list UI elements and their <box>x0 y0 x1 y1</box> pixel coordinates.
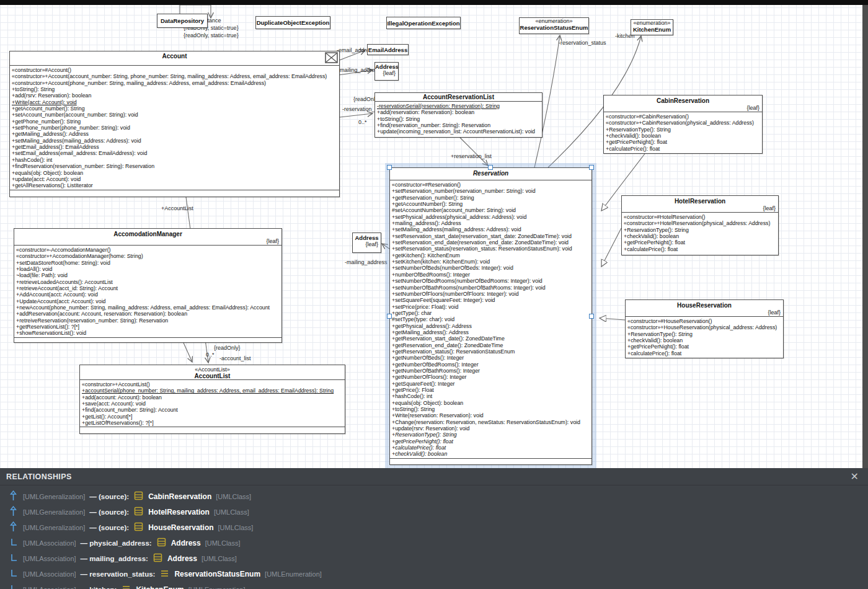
member-line: +setNumberOfBedRooms(numberOfBedRooms: I… <box>390 278 591 284</box>
class-title: DuplicateObjectException <box>257 19 330 26</box>
member-list: «constructor»#CabinReservation()«constru… <box>604 112 762 153</box>
member-line: +setPhysical_address(physical_address: A… <box>390 214 591 220</box>
panel-header: RELATIONSHIPS ✕ <box>0 468 868 485</box>
member-line: +loadAll(): void <box>14 266 281 272</box>
relationship-target-type: [UMLClass] <box>202 555 237 562</box>
class-title: EmailAddress <box>368 46 407 53</box>
member-line: +find(reservation_number: String): Reser… <box>375 122 542 128</box>
member-line: +calculatePrice(): float <box>622 246 778 252</box>
member-line: +getReservation_number(): String <box>390 195 591 201</box>
relationship-row[interactable]: [UMLAssociation]— reservation_status:Res… <box>0 566 868 582</box>
member-line: +getPricePerNight(): float <box>622 239 778 246</box>
relationship-role: — mailing_address: <box>81 555 148 562</box>
member-line: «constructor»+AccountList() <box>80 381 345 388</box>
class-account-list[interactable]: «AccountList» AccountList «constructor»+… <box>79 365 345 434</box>
relationship-target-type: [UMLClass] <box>214 508 249 516</box>
diagram-canvas[interactable]: -instance {readOnly, static=true} {readO… <box>0 0 862 468</box>
member-line: +checkValid(): boolean <box>390 451 591 457</box>
member-line: +setPrice(price: Float): void <box>390 304 591 310</box>
resize-handle-top-right[interactable] <box>589 165 594 170</box>
relationship-role: — physical_address: <box>81 539 152 547</box>
class-house-reservation[interactable]: HouseReservation {leaf} «constructor»#Ho… <box>625 299 784 358</box>
member-list: «constructor»#HotelReservation()«constru… <box>622 212 778 253</box>
member-line: «constructor»+HotelReservation(physical_… <box>622 220 778 226</box>
stereotype: «enumeration» <box>520 18 588 24</box>
member-line: +setReservation_start_date(reservation_s… <box>390 233 591 239</box>
edge-label-multiplicity-1: 0..* <box>358 119 367 125</box>
member-line: +getType(): char <box>390 310 591 316</box>
member-line: +save(acct: Account): void <box>80 401 345 407</box>
class-illegal-operation-exception[interactable]: IllegalOperationException <box>386 17 461 29</box>
class-account[interactable]: Account «constructor»#Account()«construc… <box>9 51 340 197</box>
class-icon <box>133 490 144 502</box>
class-reservation[interactable]: Reservation «constructor»#Reservation()+… <box>389 167 592 465</box>
member-line: +setKitchen(kitchen: KitchenEnum): void <box>390 259 591 265</box>
relationship-target-type: [UMLClass] <box>205 539 241 547</box>
class-hotel-reservation[interactable]: HotelReservation {leaf} «constructor»#Ho… <box>621 195 779 255</box>
relationship-row[interactable]: [UMLGeneralization]— (source):HotelReser… <box>0 504 868 520</box>
resize-handle-mid-left[interactable] <box>387 314 392 319</box>
relationship-role: — (source): <box>89 493 129 500</box>
relationship-row[interactable]: [UMLAssociation]— physical_address:Addre… <box>0 535 868 551</box>
class-accomodation-manager[interactable]: AccomodationManager {leaf} «constructor»… <box>14 228 282 343</box>
x-box-icon[interactable] <box>325 52 338 63</box>
member-line: +getReservation_end_date(): ZonedDateTim… <box>390 342 591 348</box>
relationship-role: — (source): <box>89 508 129 516</box>
class-account-reservation-list[interactable]: AccountReservationList -reservationSeria… <box>374 92 542 138</box>
class-duplicate-object-exception[interactable]: DuplicateObjectException <box>255 16 330 29</box>
relationship-row[interactable]: [UMLAssociation]— mailing_address:Addres… <box>0 551 868 566</box>
class-title: CabinReservation <box>604 95 762 105</box>
member-list: «constructor»-AccomodationManager()«cons… <box>14 245 281 337</box>
member-line: +newAccount(phone_number: String, mailin… <box>14 304 281 311</box>
resize-handle-top-left[interactable] <box>387 165 392 170</box>
generalization-icon <box>8 506 19 518</box>
close-icon[interactable]: ✕ <box>851 471 859 482</box>
member-line: +getReservationList(): ?[*] <box>14 324 281 330</box>
relationship-target-type: [UMLEnumeration] <box>188 586 246 589</box>
enum-title: ReservationStatusEnum <box>520 24 588 31</box>
member-line: +setNumberOfBeds(numberOfBeds: Integer):… <box>390 265 591 271</box>
member-line: +Write(reservation: Reservation): void <box>390 412 591 418</box>
member-line: «constructor»#Account() <box>10 67 339 73</box>
enum-reservation-status[interactable]: «enumeration» ReservationStatusEnum <box>519 17 589 34</box>
association-icon <box>8 583 19 589</box>
relationship-row[interactable]: [UMLAssociation]— kitchen:KitchenEnum[UM… <box>0 582 868 589</box>
member-line: +setNumberOfFloors(numberOfFloors: Integ… <box>390 291 591 297</box>
enumeration-icon <box>159 568 170 580</box>
member-line: «constructor»+Account(account_number: St… <box>10 73 339 79</box>
relationship-target-type: [UMLClass] <box>218 524 254 531</box>
enum-title: KitchenEnum <box>631 26 673 33</box>
relationship-type: [UMLAssociation] <box>23 539 76 547</box>
relationship-type: [UMLAssociation] <box>23 586 76 589</box>
relationship-rows: [UMLGeneralization]— (source):CabinReser… <box>0 489 868 589</box>
member-line: +Write(acct: Account): void <box>10 99 339 105</box>
member-line: +getPhone_number(): String <box>10 118 339 125</box>
panel-title: RELATIONSHIPS <box>6 472 72 481</box>
relationship-row[interactable]: [UMLGeneralization]— (source):HouseReser… <box>0 520 868 535</box>
association-icon <box>8 552 19 564</box>
member-list: «constructor»#Reservation()+setReservati… <box>390 180 591 458</box>
member-line: +getPricePerNight(): float <box>390 438 591 445</box>
class-data-repository[interactable]: DataRepository <box>157 14 208 28</box>
relationship-target: Address <box>171 539 201 547</box>
class-address-1[interactable]: Address {leaf} <box>374 62 399 81</box>
member-list: «constructor»+AccountList()+accountSeria… <box>80 379 345 427</box>
relationship-target: CabinReservation <box>148 492 211 501</box>
class-icon <box>133 506 144 518</box>
member-line: +numberOfBedRooms(): Integer <box>390 272 591 278</box>
enum-kitchen[interactable]: «enumeration» KitchenEnum <box>631 19 673 35</box>
member-line: +getPricePerNight(): float <box>604 139 762 145</box>
member-line: +accountSerial(phone_number: String, mai… <box>80 388 345 394</box>
class-cabin-reservation[interactable]: CabinReservation {leaf} «constructor»#Ca… <box>603 95 763 154</box>
resize-handle-top-mid[interactable] <box>488 165 493 170</box>
member-line: +retrieveAccount(acct_id: String): Accou… <box>14 285 281 291</box>
member-line: +update(acct: Account): void <box>10 176 339 182</box>
member-line: +getEmail_address(): EmailAddress <box>10 144 339 150</box>
resize-handle-mid-right[interactable] <box>589 314 594 319</box>
class-address-2[interactable]: Address {leaf} <box>352 232 381 253</box>
class-email-address[interactable]: EmailAddress <box>367 44 409 55</box>
class-icon <box>153 552 163 564</box>
relationship-row[interactable]: [UMLGeneralization]— (source):CabinReser… <box>0 489 868 504</box>
member-line: +getAllReservations(): ListIterator <box>10 182 339 188</box>
member-line: +setNumberOfBathRooms(numberOfBathRooms:… <box>390 285 591 291</box>
